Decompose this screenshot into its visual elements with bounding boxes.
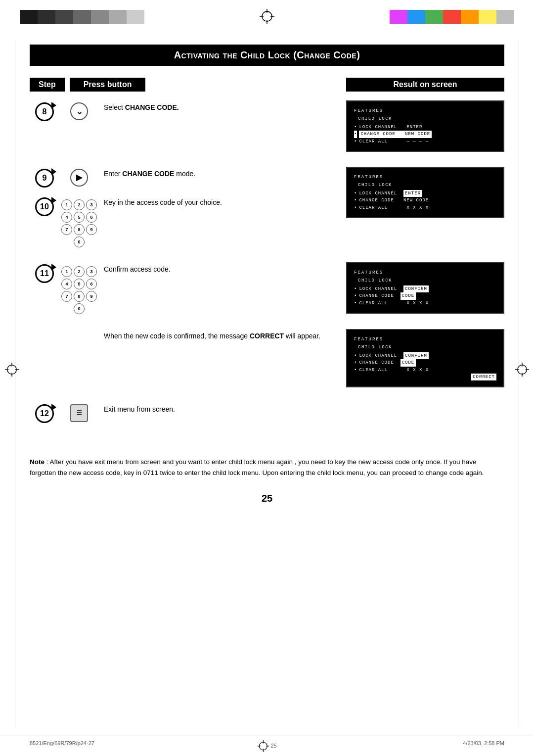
numpad-11-icon: 1 2 3 4 5 6 7 8 9 0 xyxy=(61,264,97,314)
column-headers: Step Press button Result on screen xyxy=(30,78,504,92)
step-header: Step xyxy=(30,78,65,92)
footer: 8521/Eng/69R/79R/p24-27 25 4/23/03, 2:58… xyxy=(0,736,534,746)
crosshair-left-icon xyxy=(5,363,19,377)
step-9-arrow xyxy=(51,168,56,175)
step-11-description: Confirm access code. xyxy=(99,262,346,275)
step-9-number: 9 xyxy=(30,167,59,188)
step-12-arrow xyxy=(51,404,56,411)
step-correct-description: When the new code is confirmed, the mess… xyxy=(99,329,346,341)
step-11-arrow xyxy=(51,264,56,271)
step-10-sub-row: 10 1 2 3 4 5 6 7 8 9 0 xyxy=(30,195,346,247)
numpad-10-icon: 1 2 3 4 5 6 7 8 9 0 xyxy=(61,197,97,247)
menu-icon[interactable]: ☰ xyxy=(70,404,88,422)
tv-screen-11: FEATURES CHILD LOCK •LOCK CHANNEL CONFIR… xyxy=(346,262,504,314)
crosshair-right-icon xyxy=(515,363,529,377)
tv-screen-9-10: FEATURES CHILD LOCK •LOCK CHANNEL ENTER … xyxy=(346,167,504,218)
step-10-description: Key in the access code of your choice. xyxy=(99,195,346,208)
step-12-circle: 12 xyxy=(35,404,54,423)
right-color-blocks xyxy=(390,10,514,24)
step-9-10-row: 9 ▶ Enter CHANGE CODE mode. 10 xyxy=(30,167,504,247)
step-10-button: 1 2 3 4 5 6 7 8 9 0 xyxy=(59,195,99,247)
margin-line-right xyxy=(519,40,519,726)
step-10-circle: 10 xyxy=(35,197,54,216)
tv-screen-8: FEATURES CHILD LOCK •LOCK CHANNEL ENTER … xyxy=(346,100,504,152)
step-9-button: ▶ xyxy=(59,167,99,187)
step-correct-screen: FEATURES CHILD LOCK •LOCK CHANNEL CONFIR… xyxy=(346,329,504,387)
step-9-sub-row: 9 ▶ Enter CHANGE CODE mode. xyxy=(30,167,346,188)
step-12-description: Exit menu from screen. xyxy=(99,402,346,415)
step-9-description: Enter CHANGE CODE mode. xyxy=(99,167,346,179)
step-9-10-screen: FEATURES CHILD LOCK •LOCK CHANNEL ENTER … xyxy=(346,167,504,218)
step-12-button: ☰ xyxy=(59,402,99,422)
press-button-header: Press button xyxy=(70,78,146,92)
chevron-down-icon[interactable]: ⌄ xyxy=(70,102,88,120)
step-8-row: 8 ⌄ Select CHANGE CODE. FEATURES CHILD L… xyxy=(30,100,504,152)
step-9-circle: 9 xyxy=(35,169,54,188)
step-8-number: 8 xyxy=(30,100,59,121)
chevron-right-icon[interactable]: ▶ xyxy=(70,169,88,187)
step-12-number: 12 xyxy=(30,402,59,423)
footer-left: 8521/Eng/69R/79R/p24-27 xyxy=(30,740,94,746)
step-12-row: 12 ☰ Exit menu from screen. xyxy=(30,402,504,442)
step-11-circle: 11 xyxy=(35,264,54,283)
step-8-screen: FEATURES CHILD LOCK •LOCK CHANNEL ENTER … xyxy=(346,100,504,152)
step-8-button: ⌄ xyxy=(59,100,99,120)
svg-point-15 xyxy=(259,742,267,750)
step-10-arrow xyxy=(51,197,56,204)
note-section: Note : After you have exit menu from scr… xyxy=(30,457,504,478)
page-content: Activating the Child Lock (Change Code) … xyxy=(30,45,504,504)
footer-center: 25 xyxy=(257,740,276,752)
step-8-arrow xyxy=(51,102,56,109)
step-8-description: Select CHANGE CODE. xyxy=(99,100,346,113)
left-color-blocks xyxy=(20,10,144,24)
step-11-button: 1 2 3 4 5 6 7 8 9 0 xyxy=(59,262,99,314)
steps-9-10-left: 9 ▶ Enter CHANGE CODE mode. 10 xyxy=(30,167,346,247)
margin-line-left xyxy=(15,40,15,726)
tv-screen-correct: FEATURES CHILD LOCK •LOCK CHANNEL CONFIR… xyxy=(346,329,504,387)
step-11-screen: FEATURES CHILD LOCK •LOCK CHANNEL CONFIR… xyxy=(346,262,504,314)
step-11-row: 11 1 2 3 4 5 6 7 8 9 0 Confirm access co… xyxy=(30,262,504,314)
footer-right: 4/23/03, 2:58 PM xyxy=(463,740,504,746)
svg-point-10 xyxy=(518,365,527,375)
crosshair-bottom-icon xyxy=(257,740,269,752)
step-correct-row: When the new code is confirmed, the mess… xyxy=(30,329,504,387)
step-8-circle: 8 xyxy=(35,102,54,121)
note-text: Note : After you have exit menu from scr… xyxy=(30,457,504,478)
page-number: 25 xyxy=(30,493,504,504)
crosshair-top-icon xyxy=(260,9,274,24)
result-header: Result on screen xyxy=(346,78,504,92)
step-10-number: 10 xyxy=(30,195,59,216)
step-11-number: 11 xyxy=(30,262,59,283)
page-title: Activating the Child Lock (Change Code) xyxy=(30,45,504,66)
top-color-bar xyxy=(20,9,514,25)
